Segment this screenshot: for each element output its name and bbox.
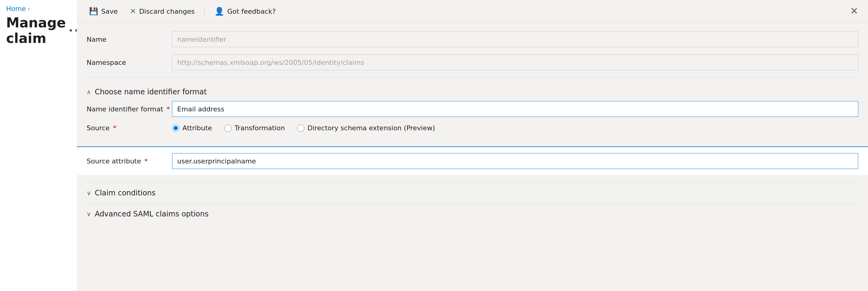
source-option-transformation[interactable]: Transformation [224,124,285,132]
name-identifier-chevron: ∧ [87,88,91,96]
source-directory-label: Directory schema extension (Preview) [307,124,435,132]
toolbar: 💾 Save ✕ Discard changes 👤 Got feedback? [77,0,868,23]
required-marker-format: * [166,105,170,113]
name-row: Name [87,31,858,47]
source-attribute-select-wrapper: user.userprincipalname user.mail user.di… [172,153,858,169]
main-panel: ✕ 💾 Save ✕ Discard changes 👤 Got feedbac… [77,0,868,291]
breadcrumb: Home › [0,5,77,12]
namespace-input[interactable] [172,54,858,70]
name-identifier-section: ∧ Choose name identifier format Name ide… [87,83,858,144]
claim-conditions-row[interactable]: ∨ Claim conditions [87,182,858,203]
source-option-attribute[interactable]: Attribute [172,124,212,132]
required-marker-source-attr: * [145,157,148,165]
name-identifier-format-label: Name identifier format * [87,105,172,113]
name-label: Name [87,36,172,43]
name-identifier-content: Name identifier format * Email address P… [87,101,858,144]
bottom-sections: ∨ Claim conditions ∨ Advanced SAML claim… [87,182,858,224]
source-radio-attribute[interactable] [172,124,179,132]
name-input[interactable] [172,31,858,47]
name-identifier-format-row: Name identifier format * Email address P… [87,101,858,117]
feedback-icon: 👤 [214,7,224,16]
source-row: Source * Attribute Transformation [87,124,858,132]
advanced-saml-label: Advanced SAML claims options [95,210,209,218]
feedback-label: Got feedback? [227,8,276,15]
claim-conditions-label: Claim conditions [95,189,156,197]
source-attribute-select[interactable]: user.userprincipalname user.mail user.di… [172,153,858,169]
discard-label: Discard changes [139,8,194,15]
discard-icon: ✕ [130,7,136,15]
source-label: Source * [87,124,172,132]
source-attribute-label: Attribute [182,124,212,132]
name-identifier-section-title: Choose name identifier format [95,88,207,96]
source-radio-transformation[interactable] [224,124,231,132]
claim-conditions-chevron: ∨ [87,189,91,197]
name-identifier-toggle[interactable]: ∧ Choose name identifier format [87,83,858,101]
toolbar-divider [204,7,205,15]
page-title-row: Manage claim ••• [0,15,77,46]
content-area: Name Namespace ∧ Choose name identifier … [77,23,868,291]
source-option-directory[interactable]: Directory schema extension (Preview) [297,124,435,132]
namespace-label: Namespace [87,59,172,66]
source-attribute-label: Source attribute * [87,157,172,165]
advanced-saml-chevron: ∨ [87,210,91,218]
breadcrumb-separator: › [28,5,30,12]
source-attribute-row: Source attribute * user.userprincipalnam… [77,146,868,175]
advanced-saml-row[interactable]: ∨ Advanced SAML claims options [87,203,858,224]
close-button[interactable]: ✕ [850,6,858,16]
source-transformation-label: Transformation [235,124,285,132]
section-divider-1 [87,78,858,78]
namespace-row: Namespace [87,54,858,70]
save-icon: 💾 [89,7,98,15]
breadcrumb-home-link[interactable]: Home [6,5,26,12]
required-marker-source: * [113,124,117,132]
name-identifier-format-select[interactable]: Email address Persistent Transient Unspe… [172,101,858,117]
sidebar-panel: Home › Manage claim ••• [0,0,77,291]
feedback-button[interactable]: 👤 Got feedback? [212,5,278,17]
source-radio-directory[interactable] [297,124,304,132]
discard-changes-button[interactable]: ✕ Discard changes [127,6,197,17]
page-title: Manage claim [6,15,66,46]
save-label: Save [101,8,118,15]
save-button[interactable]: 💾 Save [87,6,120,17]
source-radio-group: Attribute Transformation Directory schem… [172,124,858,132]
name-identifier-format-select-wrapper: Email address Persistent Transient Unspe… [172,101,858,117]
